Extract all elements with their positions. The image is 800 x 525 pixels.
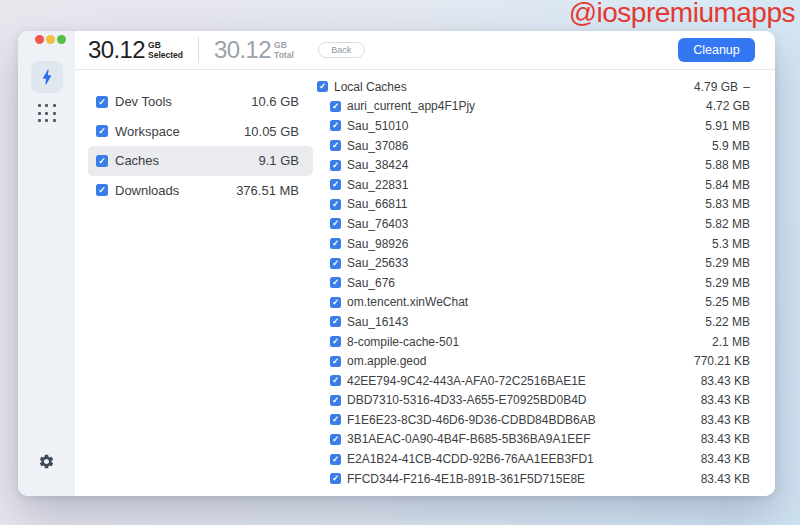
file-checkbox[interactable] [330, 277, 341, 288]
file-row[interactable]: om.apple.geod 770.21 KB [317, 351, 750, 371]
zoom-window-button[interactable] [57, 35, 66, 44]
file-row[interactable]: Sau_37086 5.9 MB [317, 136, 750, 156]
file-size: 83.43 KB [701, 393, 750, 407]
file-row[interactable]: Sau_22831 5.84 MB [317, 175, 750, 195]
minimize-window-button[interactable] [46, 35, 55, 44]
selected-size-metric: 30.12 GB Selected [88, 38, 183, 62]
category-label: Downloads [115, 183, 179, 198]
file-checkbox[interactable] [330, 101, 341, 112]
file-row[interactable]: F1E6E23-8C3D-46D6-9D36-CDBD84BDB6AB 83.4… [317, 410, 750, 430]
file-row[interactable]: Sau_25633 5.29 MB [317, 253, 750, 273]
file-row[interactable]: DBD7310-5316-4D33-A655-E70925BD0B4D 83.4… [317, 391, 750, 411]
file-label: Sau_676 [347, 276, 395, 290]
file-label: auri_current_app4F1Pjy [347, 99, 475, 113]
file-size: 83.43 KB [701, 374, 750, 388]
file-row[interactable]: E2A1B24-41CB-4CDD-92B6-76AA1EEB3FD1 83.4… [317, 449, 750, 469]
back-button[interactable]: Back [318, 42, 365, 58]
file-row[interactable]: 8-compile-cache-501 2.1 MB [317, 332, 750, 352]
file-size: 83.43 KB [701, 472, 750, 486]
file-size: 5.9 MB [712, 139, 750, 153]
category-row[interactable]: Workspace 10.05 GB [88, 117, 313, 147]
file-checkbox[interactable] [330, 179, 341, 190]
category-row[interactable]: Dev Tools 10.6 GB [88, 87, 313, 117]
file-label: 3B1AEAC-0A90-4B4F-B685-5B36BA9A1EEF [347, 432, 590, 446]
selected-size-value: 30.12 [88, 38, 145, 62]
file-size: 83.43 KB [701, 413, 750, 427]
file-checkbox[interactable] [330, 258, 341, 269]
desktop: { "watermark": "@iospremiumapps", "color… [0, 0, 800, 525]
file-checkbox[interactable] [330, 395, 341, 406]
file-list[interactable]: Local Caches 4.79 GB – auri_current_app4… [317, 77, 750, 488]
toolbar: 30.12 GB Selected 30.12 GB Total Back Cl… [75, 31, 775, 70]
traffic-lights [35, 35, 66, 44]
file-row[interactable]: Sau_76403 5.82 MB [317, 214, 750, 234]
file-size: 5.29 MB [705, 256, 750, 270]
file-checkbox[interactable] [330, 160, 341, 171]
category-size: 10.05 GB [244, 124, 299, 139]
total-size-value: 30.12 [214, 38, 271, 62]
category-row[interactable]: Downloads 376.51 MB [88, 176, 313, 206]
category-checkbox[interactable] [96, 155, 108, 167]
file-size: 770.21 KB [694, 354, 750, 368]
file-size: 5.3 MB [712, 237, 750, 251]
file-row[interactable]: Sau_51010 5.91 MB [317, 116, 750, 136]
gear-icon [38, 453, 55, 470]
category-row[interactable]: Caches 9.1 GB [88, 146, 313, 176]
file-size: 5.82 MB [705, 217, 750, 231]
category-size: 9.1 GB [259, 153, 299, 168]
file-checkbox[interactable] [330, 336, 341, 347]
cleanup-button[interactable]: Cleanup [678, 38, 755, 62]
metric-divider [198, 37, 199, 63]
file-row[interactable]: Sau_38424 5.88 MB [317, 155, 750, 175]
file-label: Sau_37086 [347, 139, 408, 153]
file-checkbox[interactable] [330, 199, 341, 210]
file-checkbox[interactable] [330, 238, 341, 249]
file-checkbox[interactable] [330, 120, 341, 131]
file-checkbox[interactable] [330, 140, 341, 151]
file-row[interactable]: Sau_66811 5.83 MB [317, 195, 750, 215]
file-row[interactable]: 42EE794-9C42-443A-AFA0-72C2516BAE1E 83.4… [317, 371, 750, 391]
file-checkbox[interactable] [330, 356, 341, 367]
category-checkbox[interactable] [96, 184, 108, 196]
settings-button[interactable] [18, 453, 75, 470]
file-row[interactable]: Sau_98926 5.3 MB [317, 234, 750, 254]
file-checkbox[interactable] [317, 81, 328, 92]
file-label: Sau_16143 [347, 315, 408, 329]
file-row[interactable]: Local Caches 4.79 GB – [317, 77, 750, 97]
file-row[interactable]: om.tencent.xinWeChat 5.25 MB [317, 293, 750, 313]
file-label: DBD7310-5316-4D33-A655-E70925BD0B4D [347, 393, 586, 407]
file-row[interactable]: Sau_16143 5.22 MB [317, 312, 750, 332]
file-checkbox[interactable] [330, 434, 341, 445]
selected-size-unit: GB Selected [148, 41, 183, 62]
close-window-button[interactable] [35, 35, 44, 44]
file-label: om.apple.geod [347, 354, 426, 368]
sidebar-item-apps[interactable] [31, 97, 63, 129]
file-row[interactable]: Sau_676 5.29 MB [317, 273, 750, 293]
file-size: 4.72 GB [706, 99, 750, 113]
file-checkbox[interactable] [330, 218, 341, 229]
file-label: 8-compile-cache-501 [347, 335, 459, 349]
file-size: 5.25 MB [705, 295, 750, 309]
file-row[interactable]: FFCD344-F216-4E1B-891B-361F5D715E8E 83.4… [317, 469, 750, 489]
file-label: Sau_66811 [347, 197, 408, 211]
category-checkbox[interactable] [96, 125, 108, 137]
file-row[interactable]: auri_current_app4F1Pjy 4.72 GB [317, 97, 750, 117]
file-row[interactable]: 3B1AEAC-0A90-4B4F-B685-5B36BA9A1EEF 83.4… [317, 430, 750, 450]
file-label: Sau_38424 [347, 158, 408, 172]
file-checkbox[interactable] [330, 454, 341, 465]
file-size: 83.43 KB [701, 452, 750, 466]
file-checkbox[interactable] [330, 473, 341, 484]
file-checkbox[interactable] [330, 316, 341, 327]
category-size: 376.51 MB [236, 183, 299, 198]
collapse-icon[interactable]: – [741, 80, 750, 94]
file-checkbox[interactable] [330, 297, 341, 308]
file-checkbox[interactable] [330, 375, 341, 386]
file-label: Sau_22831 [347, 178, 408, 192]
file-checkbox[interactable] [330, 414, 341, 425]
category-checkbox[interactable] [96, 96, 108, 108]
sidebar-item-cleanup[interactable] [31, 61, 63, 93]
total-size-unit: GB Total [274, 41, 294, 62]
category-size: 10.6 GB [251, 94, 299, 109]
file-label: Sau_98926 [347, 237, 408, 251]
category-label: Workspace [115, 124, 180, 139]
